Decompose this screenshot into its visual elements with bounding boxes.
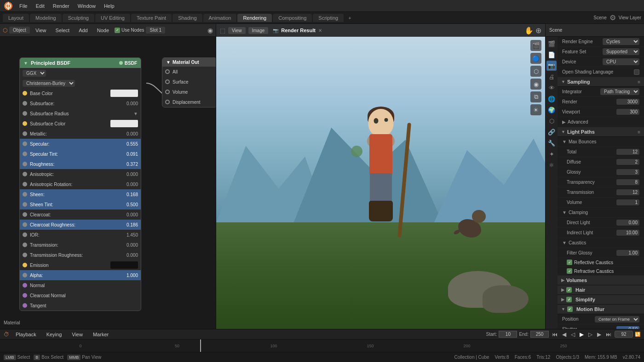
viewport-image-btn[interactable]: Image bbox=[248, 27, 269, 34]
menu-render[interactable]: Render bbox=[49, 2, 73, 10]
node-menu[interactable]: Node bbox=[93, 27, 113, 34]
glossy-input[interactable] bbox=[616, 169, 639, 175]
props-vd-icon[interactable]: 👁 bbox=[546, 83, 557, 93]
tab-texture-paint[interactable]: Texture Paint bbox=[131, 14, 172, 22]
hand-icon[interactable]: ✋ bbox=[524, 26, 534, 35]
cursor-icon[interactable]: ⊕ bbox=[535, 26, 541, 35]
clamping-row[interactable]: ▼ Clamping bbox=[558, 208, 644, 218]
tab-scripting[interactable]: Scripting bbox=[313, 14, 344, 22]
tab-modeling[interactable]: Modeling bbox=[30, 14, 62, 22]
menu-file[interactable]: File bbox=[16, 2, 31, 10]
clearcoat-value[interactable]: 0.000 bbox=[117, 212, 138, 217]
osl-checkbox[interactable] bbox=[634, 69, 639, 75]
props-world-icon[interactable]: 🌍 bbox=[546, 105, 557, 115]
prev-frame-btn[interactable]: ◀ bbox=[561, 331, 568, 338]
viewport-samples-input[interactable] bbox=[616, 109, 639, 115]
render-close-icon[interactable]: ✕ bbox=[318, 28, 322, 33]
filter-glossy-input[interactable] bbox=[616, 250, 639, 256]
props-particle-icon[interactable]: ✦ bbox=[546, 149, 557, 159]
total-input[interactable] bbox=[616, 149, 639, 155]
sampling-list-icon[interactable]: ≡ bbox=[638, 79, 640, 85]
add-menu[interactable]: Add bbox=[75, 27, 92, 34]
jump-end-btn[interactable]: ⏭ bbox=[604, 331, 613, 338]
tab-add[interactable]: + bbox=[345, 14, 355, 22]
motion-blur-header[interactable]: ▼ ✓ Motion Blur bbox=[558, 305, 644, 314]
start-frame-input[interactable] bbox=[499, 331, 517, 338]
tab-sculpting[interactable]: Sculpting bbox=[63, 14, 94, 22]
playback-menu[interactable]: Playback bbox=[12, 331, 40, 338]
hair-cb[interactable]: ✓ bbox=[566, 287, 572, 293]
props-renderlayer-icon[interactable]: 📄 bbox=[546, 50, 557, 60]
timeline-view-menu[interactable]: View bbox=[68, 331, 86, 338]
jump-start-btn[interactable]: ⏮ bbox=[551, 331, 559, 338]
props-modifier-icon[interactable]: 🔧 bbox=[546, 138, 557, 148]
transmission-roughness-value[interactable]: 0.000 bbox=[117, 253, 138, 258]
view-menu[interactable]: View bbox=[32, 27, 50, 34]
select-menu[interactable]: Select bbox=[52, 27, 74, 34]
tab-layout[interactable]: Layout bbox=[3, 14, 29, 22]
tab-animation[interactable]: Animation bbox=[203, 14, 237, 22]
viewport-type-icon[interactable]: ⬚ bbox=[220, 27, 225, 34]
subsurface-color-swatch[interactable] bbox=[110, 120, 138, 127]
advanced-row[interactable]: ▶ Advanced bbox=[558, 117, 644, 127]
mode-object-btn[interactable]: Object bbox=[9, 27, 30, 34]
anisotropic-rotation-value[interactable]: 0.000 bbox=[117, 182, 138, 187]
menu-help[interactable]: Help bbox=[100, 2, 118, 10]
scene-icon[interactable]: ⚙ bbox=[610, 13, 616, 22]
feature-set-select[interactable]: Supported bbox=[603, 48, 639, 55]
prev-keyframe-btn[interactable]: ◁ bbox=[569, 331, 576, 338]
use-nodes-toggle[interactable]: ✓ Use Nodes bbox=[115, 28, 144, 33]
hair-header[interactable]: ▶ ✓ Hair bbox=[558, 285, 644, 295]
current-frame-input[interactable] bbox=[615, 331, 633, 338]
render-samples-input[interactable] bbox=[616, 99, 639, 105]
slot-icon[interactable]: ◉ bbox=[207, 27, 213, 34]
max-bounces-row[interactable]: ▼ Max Bounces bbox=[558, 137, 644, 147]
indirect-light-input[interactable] bbox=[616, 230, 639, 236]
props-constraint-icon[interactable]: 🔗 bbox=[546, 127, 557, 137]
tab-compositing[interactable]: Compositing bbox=[273, 14, 312, 22]
render-engine-select[interactable]: Cycles bbox=[603, 38, 639, 45]
use-nodes-checkbox[interactable]: ✓ bbox=[115, 28, 120, 33]
metallic-value[interactable]: 0.000 bbox=[117, 131, 138, 136]
light-paths-header[interactable]: ▼ Light Paths ≡ bbox=[558, 127, 644, 137]
next-frame-btn[interactable]: ▶ bbox=[596, 331, 603, 338]
editor-type-icon[interactable]: ⬡ bbox=[3, 27, 7, 34]
clearcoat-roughness-value[interactable]: 0.186 bbox=[117, 222, 138, 227]
volume-bounces-input[interactable] bbox=[616, 199, 639, 205]
integrator-select[interactable]: Path Tracing bbox=[600, 88, 639, 95]
transmission-bounces-input[interactable] bbox=[616, 189, 639, 195]
menu-window[interactable]: Window bbox=[74, 2, 99, 10]
menu-edit[interactable]: Edit bbox=[32, 2, 48, 10]
node-output-socket[interactable] bbox=[119, 61, 123, 65]
viewport-wire-icon[interactable]: ⬡ bbox=[530, 66, 541, 77]
timeline-type-icon[interactable]: ⏱ bbox=[4, 331, 9, 338]
end-frame-input[interactable] bbox=[530, 331, 549, 338]
alpha-value[interactable]: 1.000 bbox=[117, 273, 138, 278]
specular-value[interactable]: 0.555 bbox=[117, 141, 138, 147]
props-physics-icon[interactable]: ⚛ bbox=[546, 160, 557, 170]
viewport-solid-icon[interactable]: ◉ bbox=[530, 79, 541, 90]
next-keyframe-btn[interactable]: ▷ bbox=[587, 331, 594, 338]
viewport-view-btn[interactable]: View bbox=[228, 27, 246, 34]
play-btn[interactable]: ▶ bbox=[578, 331, 585, 338]
props-scene2-icon[interactable]: 🌐 bbox=[546, 94, 557, 104]
distribution-select[interactable]: GGX bbox=[23, 70, 46, 77]
tab-uv-editing[interactable]: UV Editing bbox=[95, 14, 130, 22]
tab-shading[interactable]: Shading bbox=[172, 14, 202, 22]
diffuse-input[interactable] bbox=[616, 159, 639, 165]
specular-tint-value[interactable]: 0.091 bbox=[117, 152, 138, 157]
marker-menu[interactable]: Marker bbox=[89, 331, 112, 338]
motion-blur-cb[interactable]: ✓ bbox=[567, 306, 573, 312]
caustics-row[interactable]: ▼ Caustics bbox=[558, 238, 644, 248]
keying-menu[interactable]: Keying bbox=[43, 331, 66, 338]
slot-selector[interactable]: Slot 1 bbox=[146, 27, 165, 34]
anisotropic-value[interactable]: 0.000 bbox=[117, 172, 138, 177]
tab-rendering[interactable]: Rendering bbox=[237, 14, 272, 22]
viewport-camera-icon[interactable]: 📷 bbox=[273, 28, 278, 33]
sheen-value[interactable]: 0.168 bbox=[117, 192, 138, 197]
sync-icon[interactable]: 🔁 bbox=[635, 332, 640, 337]
device-select[interactable]: CPU bbox=[603, 58, 639, 65]
viewport-overlay-icon[interactable]: ⧉ bbox=[530, 91, 541, 102]
refractive-caustics-cb[interactable]: ✓ bbox=[567, 268, 572, 274]
sampling-section-header[interactable]: ▼ Sampling ≡ bbox=[558, 77, 644, 87]
